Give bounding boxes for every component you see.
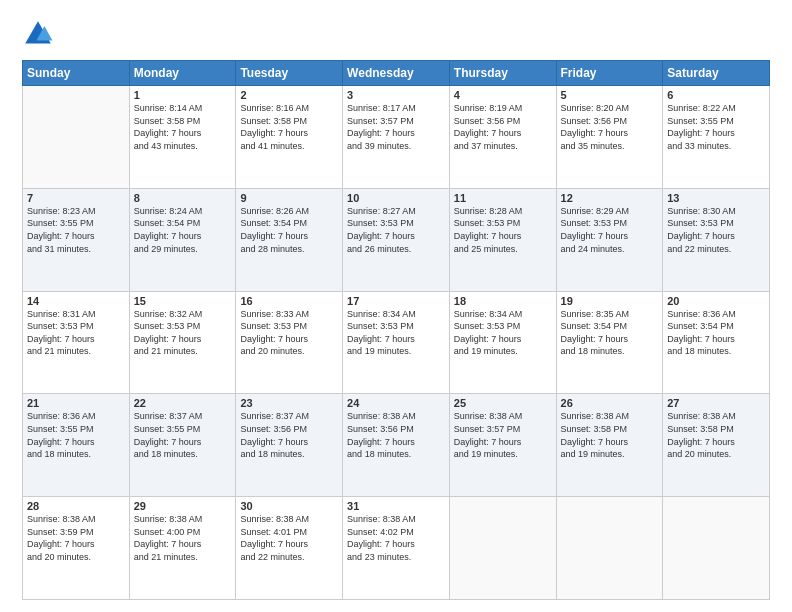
calendar-cell: 12Sunrise: 8:29 AM Sunset: 3:53 PM Dayli… bbox=[556, 188, 663, 291]
day-number: 5 bbox=[561, 89, 659, 101]
weekday-header: Tuesday bbox=[236, 61, 343, 86]
header bbox=[22, 18, 770, 50]
day-number: 23 bbox=[240, 397, 338, 409]
calendar-cell bbox=[663, 497, 770, 600]
day-info: Sunrise: 8:19 AM Sunset: 3:56 PM Dayligh… bbox=[454, 102, 552, 152]
day-number: 10 bbox=[347, 192, 445, 204]
day-info: Sunrise: 8:32 AM Sunset: 3:53 PM Dayligh… bbox=[134, 308, 232, 358]
calendar-cell: 25Sunrise: 8:38 AM Sunset: 3:57 PM Dayli… bbox=[449, 394, 556, 497]
calendar-cell: 2Sunrise: 8:16 AM Sunset: 3:58 PM Daylig… bbox=[236, 86, 343, 189]
day-info: Sunrise: 8:23 AM Sunset: 3:55 PM Dayligh… bbox=[27, 205, 125, 255]
day-number: 7 bbox=[27, 192, 125, 204]
calendar-week-row: 14Sunrise: 8:31 AM Sunset: 3:53 PM Dayli… bbox=[23, 291, 770, 394]
day-number: 11 bbox=[454, 192, 552, 204]
day-info: Sunrise: 8:27 AM Sunset: 3:53 PM Dayligh… bbox=[347, 205, 445, 255]
day-info: Sunrise: 8:34 AM Sunset: 3:53 PM Dayligh… bbox=[454, 308, 552, 358]
day-number: 28 bbox=[27, 500, 125, 512]
calendar-cell bbox=[23, 86, 130, 189]
day-number: 27 bbox=[667, 397, 765, 409]
calendar-cell bbox=[449, 497, 556, 600]
day-number: 1 bbox=[134, 89, 232, 101]
day-number: 2 bbox=[240, 89, 338, 101]
calendar-cell: 5Sunrise: 8:20 AM Sunset: 3:56 PM Daylig… bbox=[556, 86, 663, 189]
day-number: 20 bbox=[667, 295, 765, 307]
calendar-week-row: 1Sunrise: 8:14 AM Sunset: 3:58 PM Daylig… bbox=[23, 86, 770, 189]
calendar-cell: 10Sunrise: 8:27 AM Sunset: 3:53 PM Dayli… bbox=[343, 188, 450, 291]
day-number: 24 bbox=[347, 397, 445, 409]
day-number: 15 bbox=[134, 295, 232, 307]
day-number: 31 bbox=[347, 500, 445, 512]
calendar-cell: 23Sunrise: 8:37 AM Sunset: 3:56 PM Dayli… bbox=[236, 394, 343, 497]
calendar-cell: 4Sunrise: 8:19 AM Sunset: 3:56 PM Daylig… bbox=[449, 86, 556, 189]
weekday-header: Saturday bbox=[663, 61, 770, 86]
day-info: Sunrise: 8:38 AM Sunset: 3:58 PM Dayligh… bbox=[667, 410, 765, 460]
calendar-cell bbox=[556, 497, 663, 600]
calendar: SundayMondayTuesdayWednesdayThursdayFrid… bbox=[22, 60, 770, 600]
calendar-cell: 1Sunrise: 8:14 AM Sunset: 3:58 PM Daylig… bbox=[129, 86, 236, 189]
calendar-cell: 6Sunrise: 8:22 AM Sunset: 3:55 PM Daylig… bbox=[663, 86, 770, 189]
calendar-cell: 27Sunrise: 8:38 AM Sunset: 3:58 PM Dayli… bbox=[663, 394, 770, 497]
day-info: Sunrise: 8:30 AM Sunset: 3:53 PM Dayligh… bbox=[667, 205, 765, 255]
day-info: Sunrise: 8:38 AM Sunset: 3:58 PM Dayligh… bbox=[561, 410, 659, 460]
calendar-cell: 13Sunrise: 8:30 AM Sunset: 3:53 PM Dayli… bbox=[663, 188, 770, 291]
day-info: Sunrise: 8:31 AM Sunset: 3:53 PM Dayligh… bbox=[27, 308, 125, 358]
calendar-cell: 21Sunrise: 8:36 AM Sunset: 3:55 PM Dayli… bbox=[23, 394, 130, 497]
calendar-cell: 19Sunrise: 8:35 AM Sunset: 3:54 PM Dayli… bbox=[556, 291, 663, 394]
day-info: Sunrise: 8:24 AM Sunset: 3:54 PM Dayligh… bbox=[134, 205, 232, 255]
day-number: 19 bbox=[561, 295, 659, 307]
day-info: Sunrise: 8:28 AM Sunset: 3:53 PM Dayligh… bbox=[454, 205, 552, 255]
day-number: 17 bbox=[347, 295, 445, 307]
day-number: 6 bbox=[667, 89, 765, 101]
day-info: Sunrise: 8:38 AM Sunset: 3:56 PM Dayligh… bbox=[347, 410, 445, 460]
calendar-week-row: 28Sunrise: 8:38 AM Sunset: 3:59 PM Dayli… bbox=[23, 497, 770, 600]
day-info: Sunrise: 8:20 AM Sunset: 3:56 PM Dayligh… bbox=[561, 102, 659, 152]
day-info: Sunrise: 8:34 AM Sunset: 3:53 PM Dayligh… bbox=[347, 308, 445, 358]
calendar-cell: 17Sunrise: 8:34 AM Sunset: 3:53 PM Dayli… bbox=[343, 291, 450, 394]
day-number: 16 bbox=[240, 295, 338, 307]
calendar-cell: 22Sunrise: 8:37 AM Sunset: 3:55 PM Dayli… bbox=[129, 394, 236, 497]
calendar-cell: 29Sunrise: 8:38 AM Sunset: 4:00 PM Dayli… bbox=[129, 497, 236, 600]
day-number: 25 bbox=[454, 397, 552, 409]
logo-icon bbox=[22, 18, 54, 50]
calendar-cell: 11Sunrise: 8:28 AM Sunset: 3:53 PM Dayli… bbox=[449, 188, 556, 291]
day-info: Sunrise: 8:26 AM Sunset: 3:54 PM Dayligh… bbox=[240, 205, 338, 255]
day-number: 30 bbox=[240, 500, 338, 512]
day-number: 18 bbox=[454, 295, 552, 307]
calendar-cell: 9Sunrise: 8:26 AM Sunset: 3:54 PM Daylig… bbox=[236, 188, 343, 291]
day-info: Sunrise: 8:38 AM Sunset: 4:00 PM Dayligh… bbox=[134, 513, 232, 563]
calendar-cell: 26Sunrise: 8:38 AM Sunset: 3:58 PM Dayli… bbox=[556, 394, 663, 497]
weekday-header: Thursday bbox=[449, 61, 556, 86]
day-info: Sunrise: 8:37 AM Sunset: 3:55 PM Dayligh… bbox=[134, 410, 232, 460]
day-number: 22 bbox=[134, 397, 232, 409]
day-number: 14 bbox=[27, 295, 125, 307]
day-number: 13 bbox=[667, 192, 765, 204]
day-info: Sunrise: 8:36 AM Sunset: 3:54 PM Dayligh… bbox=[667, 308, 765, 358]
calendar-cell: 16Sunrise: 8:33 AM Sunset: 3:53 PM Dayli… bbox=[236, 291, 343, 394]
day-number: 3 bbox=[347, 89, 445, 101]
calendar-cell: 28Sunrise: 8:38 AM Sunset: 3:59 PM Dayli… bbox=[23, 497, 130, 600]
day-info: Sunrise: 8:35 AM Sunset: 3:54 PM Dayligh… bbox=[561, 308, 659, 358]
day-info: Sunrise: 8:36 AM Sunset: 3:55 PM Dayligh… bbox=[27, 410, 125, 460]
calendar-cell: 7Sunrise: 8:23 AM Sunset: 3:55 PM Daylig… bbox=[23, 188, 130, 291]
day-number: 12 bbox=[561, 192, 659, 204]
day-number: 9 bbox=[240, 192, 338, 204]
day-info: Sunrise: 8:38 AM Sunset: 4:02 PM Dayligh… bbox=[347, 513, 445, 563]
day-info: Sunrise: 8:38 AM Sunset: 3:57 PM Dayligh… bbox=[454, 410, 552, 460]
day-info: Sunrise: 8:38 AM Sunset: 4:01 PM Dayligh… bbox=[240, 513, 338, 563]
logo bbox=[22, 18, 58, 50]
calendar-week-row: 21Sunrise: 8:36 AM Sunset: 3:55 PM Dayli… bbox=[23, 394, 770, 497]
calendar-cell: 20Sunrise: 8:36 AM Sunset: 3:54 PM Dayli… bbox=[663, 291, 770, 394]
calendar-cell: 8Sunrise: 8:24 AM Sunset: 3:54 PM Daylig… bbox=[129, 188, 236, 291]
calendar-cell: 15Sunrise: 8:32 AM Sunset: 3:53 PM Dayli… bbox=[129, 291, 236, 394]
day-number: 26 bbox=[561, 397, 659, 409]
day-info: Sunrise: 8:29 AM Sunset: 3:53 PM Dayligh… bbox=[561, 205, 659, 255]
calendar-cell: 14Sunrise: 8:31 AM Sunset: 3:53 PM Dayli… bbox=[23, 291, 130, 394]
day-info: Sunrise: 8:17 AM Sunset: 3:57 PM Dayligh… bbox=[347, 102, 445, 152]
day-info: Sunrise: 8:14 AM Sunset: 3:58 PM Dayligh… bbox=[134, 102, 232, 152]
day-number: 21 bbox=[27, 397, 125, 409]
day-info: Sunrise: 8:16 AM Sunset: 3:58 PM Dayligh… bbox=[240, 102, 338, 152]
calendar-cell: 24Sunrise: 8:38 AM Sunset: 3:56 PM Dayli… bbox=[343, 394, 450, 497]
calendar-cell: 18Sunrise: 8:34 AM Sunset: 3:53 PM Dayli… bbox=[449, 291, 556, 394]
weekday-header: Sunday bbox=[23, 61, 130, 86]
day-number: 29 bbox=[134, 500, 232, 512]
